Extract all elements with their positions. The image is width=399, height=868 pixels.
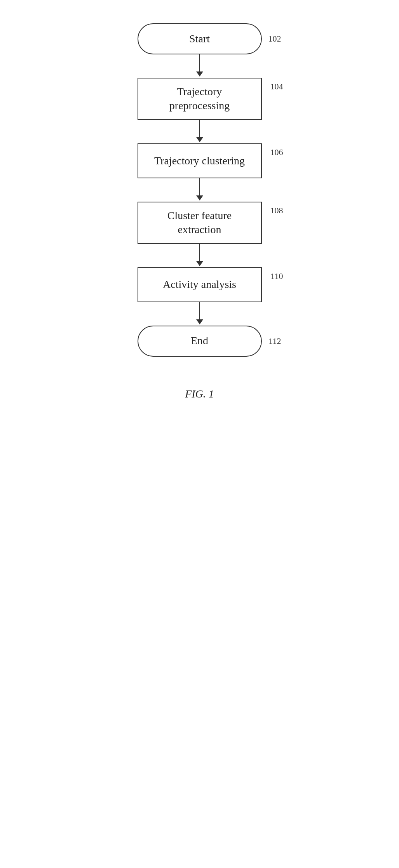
activity-analysis-number: 110 — [270, 271, 283, 281]
flowchart: Start 102 Trajectory preprocessing 104 — [16, 23, 383, 357]
start-node-row: Start 102 — [16, 23, 383, 54]
arrow-line-4 — [199, 244, 200, 261]
arrow-2 — [196, 120, 203, 143]
arrow-head-3 — [196, 195, 203, 200]
activity-analysis-node-row: Activity analysis 110 — [16, 267, 383, 302]
clustering-node-wrapper: Trajectory clustering 106 — [16, 143, 383, 178]
clustering-label: Trajectory clustering — [154, 154, 245, 168]
start-label: Start — [189, 32, 210, 46]
arrow-head-4 — [196, 261, 203, 266]
end-node-wrapper: End 112 — [16, 326, 383, 357]
clustering-node: Trajectory clustering — [138, 143, 262, 178]
figure-label: FIG. 1 — [185, 388, 214, 400]
arrow-head-1 — [196, 71, 203, 77]
arrow-head-2 — [196, 137, 203, 142]
activity-analysis-label: Activity analysis — [163, 277, 236, 291]
end-number: 112 — [268, 336, 281, 346]
arrow-line-2 — [199, 120, 200, 137]
diagram-container: Start 102 Trajectory preprocessing 104 — [0, 0, 399, 431]
arrow-head-5 — [196, 319, 203, 324]
arrow-line-1 — [199, 54, 200, 71]
preprocessing-node-wrapper: Trajectory preprocessing 104 — [16, 78, 383, 120]
activity-analysis-node-wrapper: Activity analysis 110 — [16, 267, 383, 302]
arrow-4 — [196, 244, 203, 267]
feature-extraction-number: 108 — [270, 206, 283, 216]
arrow-3 — [196, 178, 203, 202]
end-node: End — [138, 326, 262, 357]
end-node-row: End 112 — [16, 326, 383, 357]
clustering-node-row: Trajectory clustering 106 — [16, 143, 383, 178]
feature-extraction-node: Cluster feature extraction — [138, 202, 262, 244]
clustering-number: 106 — [270, 147, 283, 157]
preprocessing-node-row: Trajectory preprocessing 104 — [16, 78, 383, 120]
preprocessing-node: Trajectory preprocessing — [138, 78, 262, 120]
end-label: End — [191, 334, 208, 348]
arrow-5 — [196, 302, 203, 326]
preprocessing-label: Trajectory preprocessing — [146, 85, 253, 113]
arrow-line-5 — [199, 302, 200, 319]
start-number: 102 — [268, 34, 281, 44]
activity-analysis-node: Activity analysis — [138, 267, 262, 302]
feature-extraction-node-wrapper: Cluster feature extraction 108 — [16, 202, 383, 244]
feature-extraction-node-row: Cluster feature extraction 108 — [16, 202, 383, 244]
arrow-1 — [196, 54, 203, 78]
feature-extraction-label: Cluster feature extraction — [146, 209, 253, 237]
preprocessing-number: 104 — [270, 82, 283, 92]
start-node-wrapper: Start 102 — [16, 23, 383, 54]
arrow-line-3 — [199, 178, 200, 195]
start-node: Start — [138, 23, 262, 54]
